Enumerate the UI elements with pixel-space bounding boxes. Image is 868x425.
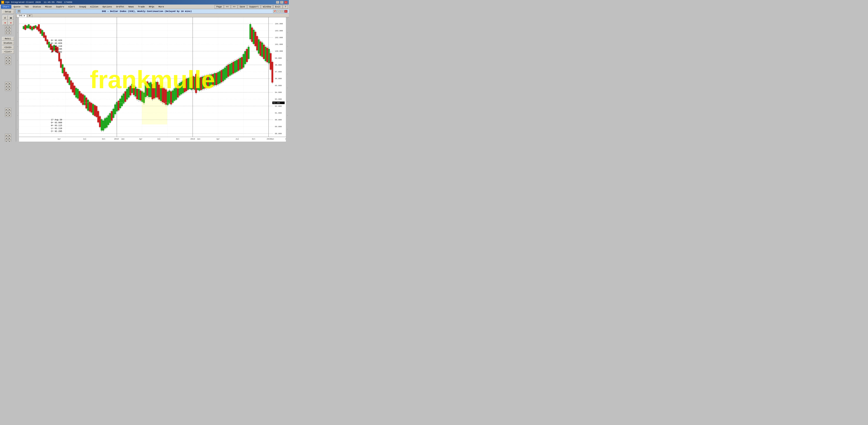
svg-text:92.000: 92.000	[275, 105, 282, 107]
title-bar-controls: ─ □ ✕	[276, 1, 287, 4]
svg-rect-275	[222, 69, 224, 81]
down-arrow-right3[interactable]: ▼	[8, 88, 11, 91]
up-arrow-right5[interactable]: ▲	[8, 134, 11, 137]
print-icon[interactable]: 🖨	[2, 15, 8, 20]
up-arrow-left4[interactable]: ▲	[5, 108, 8, 111]
down-arrow-left[interactable]: ▼	[5, 32, 8, 34]
page-button[interactable]: Page	[215, 5, 224, 9]
rescl-button[interactable]: ReSci	[2, 37, 14, 41]
chart-pin-button[interactable]: 📌	[273, 10, 276, 13]
svg-rect-277	[224, 68, 226, 79]
up-arrow-right4[interactable]: ▲	[8, 108, 11, 111]
chart-area[interactable]: 104.000 103.000 102.000 101.000 100.000 …	[19, 17, 286, 141]
down-arrow-right4[interactable]: ▼	[8, 114, 11, 117]
right-arrow4[interactable]: ►	[8, 111, 11, 114]
right-arrow[interactable]: ►	[8, 28, 11, 31]
support-button[interactable]: Support	[247, 5, 260, 9]
down-arrow-right2[interactable]: ▼	[8, 62, 11, 65]
menu-quote[interactable]: Quote	[12, 5, 22, 9]
svg-rect-315	[256, 36, 258, 50]
down-arrow-right[interactable]: ▼	[8, 32, 11, 34]
svg-text:Oct: Oct	[252, 138, 255, 140]
up-arrow-right[interactable]: ▲	[8, 25, 11, 28]
chart-ohlc-info: O= 92.820 H= 92.820 L= 92.110 C= 92.295 …	[51, 39, 62, 54]
menu-more[interactable]: More	[157, 5, 166, 9]
right-arrow3[interactable]: ►	[8, 85, 11, 88]
right-arrow2[interactable]: ►	[8, 59, 11, 62]
svg-rect-299	[243, 54, 244, 67]
minimize-button[interactable]: ─	[276, 1, 279, 4]
down-arrow-left5[interactable]: ▼	[5, 140, 8, 141]
menu-ordtkt[interactable]: OrdTkt	[114, 5, 126, 9]
prev-page-button[interactable]: <<	[224, 5, 230, 9]
menu-chart[interactable]: Chart	[1, 5, 11, 9]
svg-rect-62	[43, 32, 45, 38]
menu-trade[interactable]: Trade	[136, 5, 147, 9]
chart-tab-dxew[interactable]: DXE.W	[17, 14, 27, 17]
menu-allcon[interactable]: AllCon	[88, 5, 100, 9]
svg-rect-281	[227, 65, 229, 77]
svg-rect-134	[104, 119, 106, 128]
svg-rect-146	[114, 104, 116, 114]
next-page-button[interactable]: >>	[231, 5, 238, 9]
down-arrow-left3[interactable]: ▼	[5, 88, 8, 91]
maximize-button[interactable]: □	[280, 1, 283, 4]
menu-options[interactable]: Options	[101, 5, 114, 9]
left-arrow[interactable]: ◄	[5, 28, 8, 31]
chart-maximize-button[interactable]: □	[281, 10, 284, 13]
exit-button[interactable]: Exit	[273, 5, 282, 9]
menu-status[interactable]: Status	[31, 5, 43, 9]
menu-bar: Chart Quote T&S Status MScan SupSrv Aler…	[0, 4, 289, 9]
up-arrow-left2[interactable]: ▲	[5, 56, 8, 59]
menu-alert[interactable]: Alert	[66, 5, 77, 9]
svg-text:90.000: 90.000	[275, 119, 282, 121]
svg-rect-120	[92, 104, 94, 115]
menu-news[interactable]: News	[127, 5, 136, 9]
fax-icon[interactable]: 📠	[8, 15, 13, 20]
svg-rect-138	[107, 116, 109, 125]
studies-button[interactable]: Studies	[2, 41, 14, 45]
left-arrow5[interactable]: ◄	[5, 137, 8, 140]
setup-button[interactable]: Setup	[2, 10, 14, 14]
left-arrow2[interactable]: ◄	[5, 59, 8, 62]
down-arrow-left4[interactable]: ▼	[5, 114, 8, 117]
svg-text:91.000: 91.000	[275, 112, 282, 114]
nav-arrows-row3: ▲ ◄ ▼ ▲ ► ▼	[5, 82, 11, 91]
svg-rect-219	[175, 87, 177, 100]
red-flag2-icon[interactable]: ✚	[8, 21, 13, 25]
up-arrow-left5[interactable]: ▲	[5, 134, 8, 137]
close-button[interactable]: ✕	[284, 1, 287, 4]
window-button[interactable]: Window	[261, 5, 273, 9]
up-arrow-right2[interactable]: ▲	[8, 56, 11, 59]
menu-rfqs[interactable]: RFQs	[147, 5, 156, 9]
svg-rect-80	[58, 53, 60, 61]
menu-ts[interactable]: T&S	[23, 5, 31, 9]
save-button[interactable]: Save	[238, 5, 247, 9]
svg-rect-189	[150, 83, 152, 97]
chart-menu-icon[interactable]: ☰	[17, 10, 21, 13]
up-arrow-right3[interactable]: ▲	[8, 82, 11, 85]
svg-rect-221	[177, 85, 179, 97]
up-arrow-left3[interactable]: ▲	[5, 82, 8, 85]
red-flag-icon[interactable]: ✚	[2, 21, 8, 25]
help-button[interactable]: ?	[283, 5, 288, 9]
chart-minimize-button[interactable]: ─	[277, 10, 280, 13]
left-arrow3[interactable]: ◄	[5, 85, 8, 88]
down-arrow-left2[interactable]: ▼	[5, 62, 8, 65]
title-time: 11:45:55	[44, 1, 55, 3]
list-button[interactable]: <list>	[2, 50, 14, 54]
chart-tab-w[interactable]: W	[27, 14, 32, 17]
svg-rect-207	[165, 90, 167, 104]
menu-mscan[interactable]: MScan	[43, 5, 54, 9]
left-arrow4[interactable]: ◄	[5, 111, 8, 114]
down-arrow-right5[interactable]: ▼	[8, 140, 11, 141]
svg-rect-195	[155, 82, 157, 97]
intd-button[interactable]: <IntD>	[2, 45, 14, 50]
right-arrow5[interactable]: ►	[8, 137, 11, 140]
svg-rect-128	[99, 116, 101, 127]
chart-close-button[interactable]: ✕	[284, 10, 287, 13]
up-arrow-left[interactable]: ▲	[5, 25, 8, 28]
menu-supsrv[interactable]: SupSrv	[54, 5, 66, 9]
menu-snapq[interactable]: SnapQ	[78, 5, 88, 9]
svg-rect-152	[119, 99, 121, 108]
